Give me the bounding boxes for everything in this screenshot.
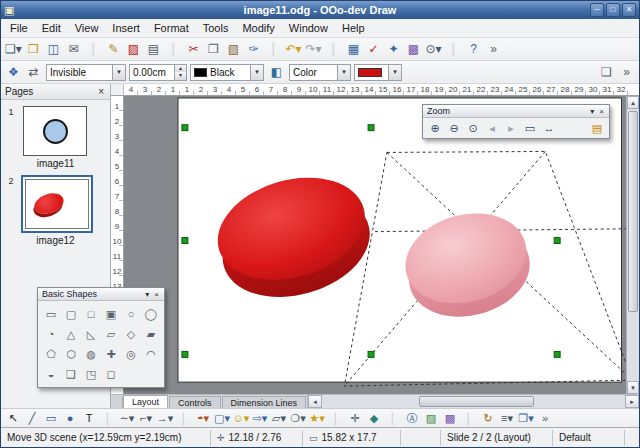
chevron-down-icon[interactable]: ▾ [250, 65, 263, 80]
selection-handle[interactable] [554, 351, 560, 357]
horizontal-scrollbar[interactable]: ◂ ▸ [307, 395, 639, 408]
export-pdf-button[interactable]: ▨ [124, 40, 143, 59]
chevron-down-icon[interactable]: ▾ [144, 290, 150, 299]
separator[interactable]: │ [164, 40, 183, 59]
zoom-page-width-button[interactable]: ↔ [540, 120, 558, 136]
shape-ring[interactable]: ◎ [121, 344, 141, 364]
copy-button[interactable]: ❐ [204, 40, 223, 59]
menu-item[interactable]: Tools [196, 20, 236, 36]
lines-arrows-button[interactable]: →▾ [156, 410, 174, 426]
block-arrows-button[interactable]: ⇨▾ [251, 410, 269, 426]
spellcheck-button[interactable]: ✓ [364, 40, 383, 59]
zoom-in-button[interactable]: ⊕ [426, 120, 444, 136]
close-icon[interactable]: × [598, 107, 605, 116]
chevron-down-icon[interactable]: ▾ [589, 107, 595, 116]
menu-item[interactable]: File [3, 20, 35, 36]
menu-item[interactable]: Window [282, 20, 335, 36]
vertical-scroll-thumb[interactable] [628, 111, 638, 312]
separator[interactable]: │ [460, 410, 478, 426]
3d-objects-button[interactable]: ◓▾ [194, 410, 212, 426]
arrow-style-button[interactable]: ⇄ [24, 63, 43, 82]
edit-file-button[interactable]: ✎ [104, 40, 123, 59]
drawing-canvas[interactable]: Zoom ▾ × ⊕⊖⊙◂▸▭↔▤ [124, 96, 626, 394]
arrange-button[interactable]: ❐▾ [517, 410, 535, 426]
separator[interactable]: │ [327, 410, 345, 426]
separator[interactable]: │ [99, 410, 117, 426]
page-style-indicator[interactable]: Default [553, 430, 625, 446]
close-icon[interactable]: × [96, 86, 106, 97]
shape-cross[interactable]: ✚ [101, 344, 121, 364]
shape-trapezoid[interactable]: ▱ [101, 324, 121, 344]
shape-frame[interactable]: ◻ [101, 364, 121, 384]
save-button[interactable]: ◫ [44, 40, 63, 59]
scroll-right-icon[interactable]: ▸ [625, 395, 639, 408]
chevron-down-icon[interactable]: ▾ [388, 65, 401, 80]
symbol-shapes-button[interactable]: ☺▾ [232, 410, 250, 426]
close-button[interactable]: ✕ [622, 3, 636, 17]
zoom-previous-button[interactable]: ◂ [483, 120, 501, 136]
paste-button[interactable]: ▧ [224, 40, 243, 59]
document-as-email-button[interactable]: ✉ [64, 40, 83, 59]
object-zoom-button[interactable]: ▤ [588, 120, 606, 136]
insert-picture-button[interactable]: ▨ [422, 410, 440, 426]
minimize-button[interactable]: ─ [590, 3, 604, 17]
glue-points-button[interactable]: ◆ [365, 410, 383, 426]
line-width-input[interactable]: 0.00cm ▴ ▾ [129, 64, 187, 81]
selection-handle[interactable] [182, 238, 188, 244]
line-button[interactable]: ╱ [23, 410, 41, 426]
print-button[interactable]: ▤ [144, 40, 163, 59]
stars-button[interactable]: ★▾ [308, 410, 326, 426]
menu-item[interactable]: Edit [35, 20, 68, 36]
selection-handle[interactable] [554, 238, 560, 244]
clone-formatting-button[interactable]: ✑ [244, 40, 263, 59]
fontwork-button[interactable]: Ⓐ [403, 410, 421, 426]
tab-controls[interactable]: Controls [169, 396, 221, 408]
separator[interactable]: │ [175, 410, 193, 426]
rectangle-button[interactable]: ▭ [42, 410, 60, 426]
shape-octagon[interactable]: ◍ [81, 344, 101, 364]
alignment-button[interactable]: ≡▾ [498, 410, 516, 426]
callouts-button[interactable]: ❍▾ [289, 410, 307, 426]
rotate-button[interactable]: ↻ [479, 410, 497, 426]
connector-button[interactable]: ⌐▾ [137, 410, 155, 426]
basic-shapes-palette[interactable]: Basic Shapes ▾ × ▭▢□▣○◯◔△◺▱◇▰⬠⬡◍✚◎◠◒❑◳◻ [37, 287, 165, 388]
separator[interactable]: │ [324, 40, 343, 59]
flowcharts-button[interactable]: ▱▾ [270, 410, 288, 426]
cursor-position-cell[interactable]: ✛ 12.18 / 2.76 [211, 430, 303, 446]
zoom-100-button[interactable]: ⊙ [464, 120, 482, 136]
shape-cube[interactable]: ❑ [61, 364, 81, 384]
shape-square[interactable]: □ [81, 304, 101, 324]
vertical-scrollbar[interactable]: ▴ ▾ [626, 96, 639, 394]
cut-button[interactable]: ✂ [184, 40, 203, 59]
close-icon[interactable]: × [153, 290, 160, 299]
chevron-down-icon[interactable]: ▾ [337, 65, 350, 80]
chart-button[interactable]: ▦ [344, 40, 363, 59]
selection-handle[interactable] [368, 125, 374, 131]
menu-item[interactable]: Modify [235, 20, 281, 36]
help-button[interactable]: ? [464, 40, 483, 59]
scroll-left-icon[interactable]: ◂ [308, 395, 322, 408]
line-style-select[interactable]: Invisible ▾ [46, 64, 126, 81]
line-color-select[interactable]: Black ▾ [190, 64, 264, 81]
shape-folded-corner[interactable]: ◳ [81, 364, 101, 384]
styles-window-button[interactable]: ❖ [4, 63, 23, 82]
vertical-scroll-track[interactable] [627, 109, 639, 381]
open-folder-button[interactable]: ❒ [24, 40, 43, 59]
shape-diamond[interactable]: ◇ [121, 324, 141, 344]
maximize-button[interactable]: □ [606, 3, 620, 17]
titlebar[interactable]: ▣ image11.odg - OOo-dev Draw ─□✕ [1, 1, 639, 19]
object-size-cell[interactable]: ▭ 15.82 x 17.7 [303, 430, 401, 446]
page-thumbnail-image[interactable] [23, 106, 87, 156]
shape-ellipse[interactable]: ◯ [141, 304, 161, 324]
zoom-button[interactable]: ⊙▾ [424, 40, 443, 59]
shape-block-arc[interactable]: ◠ [141, 344, 161, 364]
selection-handle[interactable] [182, 125, 188, 131]
scroll-up-icon[interactable]: ▴ [627, 96, 639, 109]
tab-dimension-lines[interactable]: Dimension Lines [222, 396, 307, 408]
shape-rounded-square[interactable]: ▣ [101, 304, 121, 324]
scroll-down-icon[interactable]: ▾ [627, 381, 639, 394]
edit-points-button[interactable]: ✛ [346, 410, 364, 426]
gallery-button[interactable]: ▩ [441, 410, 459, 426]
redo-button[interactable]: ↷▾ [304, 40, 323, 59]
separator[interactable]: │ [384, 410, 402, 426]
